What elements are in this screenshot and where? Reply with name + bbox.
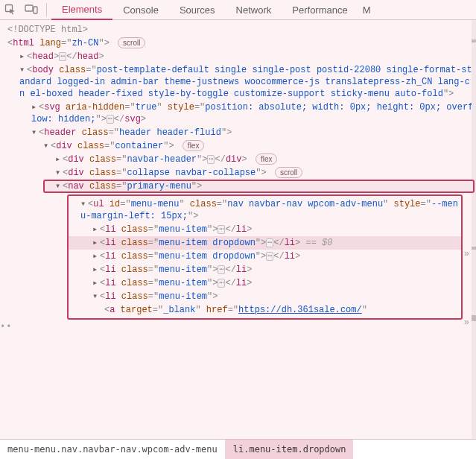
tab-console[interactable]: Console — [112, 0, 169, 20]
anchor-node[interactable]: <a target="_blank" href="https://dh.361s… — [69, 303, 461, 317]
tab-sources[interactable]: Sources — [169, 0, 226, 20]
scroll-badge[interactable]: scroll — [275, 167, 302, 178]
header-open-node[interactable]: ▾<header class="header header-fluid"> — [1, 126, 475, 139]
ellipsis-icon[interactable]: ⋯ — [218, 225, 225, 234]
breadcrumb-item-selected[interactable]: li.menu-item.dropdown — [226, 440, 354, 459]
collapse-arrow[interactable]: ▾ — [92, 291, 100, 303]
collapse-arrow[interactable]: ▾ — [43, 140, 51, 152]
elements-tree-panel: » » •• <!DOCTYPE html> <html lang="zh-CN… — [0, 20, 476, 439]
svg-rect-1 — [25, 5, 33, 11]
collapse-open-node[interactable]: ▾<div class="collapse navbar-collapse"> … — [1, 166, 475, 180]
flex-badge[interactable]: flex — [256, 153, 278, 165]
li-node[interactable]: ▸<li class="menu-item">⋯</li> — [69, 223, 461, 236]
expand-arrow[interactable]: ▸ — [92, 277, 100, 289]
container-open-node[interactable]: ▾<div class="container"> flex — [1, 139, 475, 153]
ul-open-node[interactable]: ▾<ul id="menu-menu" class="nav navbar-na… — [69, 197, 461, 223]
expand-arrow[interactable]: ▸ — [92, 250, 100, 262]
li-dropdown-node-selected[interactable]: ▸<li class="menu-item dropdown">⋯</li> =… — [69, 236, 461, 250]
scroll-badge[interactable]: scroll — [118, 37, 145, 48]
li-open-expanded-node[interactable]: ▾<li class="menu-item"> — [69, 290, 461, 303]
ellipsis-icon[interactable]: ⋯ — [266, 238, 273, 247]
selected-node-marker: == $0 — [305, 238, 332, 248]
tab-network[interactable]: Network — [226, 0, 282, 20]
ellipsis-icon[interactable]: ⋯ — [59, 52, 66, 61]
head-node[interactable]: ▸<head>⋯</head> — [1, 50, 475, 63]
svg-node[interactable]: ▸<svg aria-hidden="true" style="position… — [1, 101, 475, 126]
html-open-node[interactable]: <html lang="zh-CN"> scroll — [1, 37, 475, 50]
navbar-header-node[interactable]: ▸<div class="navbar-header">⋯</div> flex — [1, 153, 475, 166]
doctype-node[interactable]: <!DOCTYPE html> — [1, 23, 475, 37]
collapse-arrow[interactable]: ▾ — [55, 167, 63, 179]
expand-arrow[interactable]: ▸ — [92, 264, 100, 276]
toolbar-separator — [46, 3, 47, 16]
ellipsis-icon[interactable]: ⋯ — [218, 265, 225, 274]
gutter-marker: » — [464, 248, 469, 260]
device-toggle-icon[interactable] — [21, 0, 42, 20]
dom-tree[interactable]: <!DOCTYPE html> <html lang="zh-CN"> scro… — [0, 20, 476, 326]
tab-performance[interactable]: Performance — [282, 0, 358, 20]
li-node[interactable]: ▸<li class="menu-item">⋯</li> — [69, 276, 461, 290]
tab-more-cut[interactable]: M — [358, 0, 375, 20]
left-gutter-ellipsis: •• — [0, 321, 12, 333]
expand-arrow[interactable]: ▸ — [92, 237, 100, 249]
expand-arrow[interactable]: ▸ — [19, 51, 27, 63]
ellipsis-icon[interactable]: ⋯ — [218, 279, 225, 288]
expand-arrow[interactable]: ▸ — [55, 153, 63, 165]
tab-elements[interactable]: Elements — [51, 0, 112, 20]
ellipsis-icon[interactable]: ⋯ — [107, 115, 114, 124]
ellipsis-icon[interactable]: ⋯ — [207, 155, 215, 164]
collapse-arrow[interactable]: ▾ — [55, 180, 63, 192]
li-dropdown-node[interactable]: ▸<li class="menu-item dropdown">⋯</li> — [69, 250, 461, 263]
expand-arrow[interactable]: ▸ — [31, 101, 39, 113]
devtools-toolbar: Elements Console Sources Network Perform… — [0, 0, 476, 20]
breadcrumb-item[interactable]: menu-menu.nav.navbar-nav.wpcom-adv-menu — [0, 440, 225, 459]
devtools-tabs: Elements Console Sources Network Perform… — [51, 0, 375, 20]
collapse-arrow[interactable]: ▾ — [80, 198, 88, 210]
svg-rect-2 — [34, 7, 37, 13]
nav-open-node[interactable]: ▾<nav class="primary-menu"> — [43, 180, 475, 193]
breadcrumb-bar: menu-menu.nav.navbar-nav.wpcom-adv-menu … — [0, 439, 476, 459]
scrollbar-overview[interactable] — [472, 20, 476, 439]
gutter-marker: » — [464, 317, 469, 329]
inspect-icon[interactable] — [0, 0, 21, 20]
body-open-node[interactable]: ▾<body class="post-template-default sing… — [1, 63, 475, 101]
ellipsis-icon[interactable]: ⋯ — [266, 252, 273, 261]
collapse-arrow[interactable]: ▾ — [31, 127, 39, 139]
li-node[interactable]: ▸<li class="menu-item">⋯</li> — [69, 263, 461, 276]
collapse-arrow[interactable]: ▾ — [19, 64, 27, 76]
highlighted-subtree: ▾<ul id="menu-menu" class="nav navbar-na… — [67, 194, 463, 320]
flex-badge[interactable]: flex — [183, 140, 205, 151]
expand-arrow[interactable]: ▸ — [92, 224, 100, 235]
